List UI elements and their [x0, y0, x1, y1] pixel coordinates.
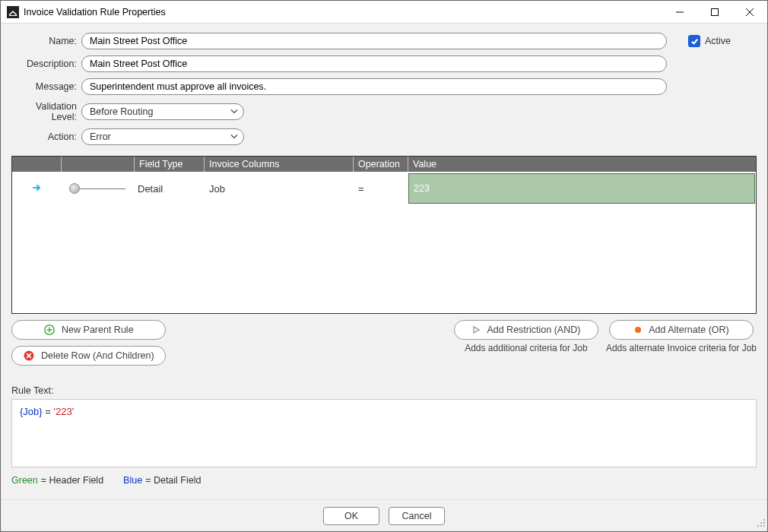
current-row-indicator — [12, 172, 62, 205]
legend-blue-label: Blue — [123, 475, 142, 486]
name-input[interactable] — [81, 33, 667, 49]
validation-level-label: Validation Level: — [11, 101, 81, 122]
plus-circle-icon — [43, 324, 56, 336]
rule-text-value-token: '223' — [53, 406, 74, 417]
svg-rect-2 — [712, 8, 719, 15]
name-label: Name: — [11, 36, 81, 46]
grid-row[interactable]: Detail Job = 223 — [12, 172, 756, 205]
legend-green-desc: = Header Field — [41, 475, 103, 486]
svg-point-12 — [760, 522, 762, 524]
rule-text-field-token: {Job} — [20, 406, 43, 417]
grid-header-fieldtype[interactable]: Field Type — [135, 157, 205, 172]
new-parent-rule-label: New Parent Rule — [62, 325, 134, 335]
grid-header-tree — [62, 157, 135, 172]
tree-node-knob-icon[interactable] — [69, 183, 80, 194]
add-alternate-caption: Adds alternate Invoice criteria for Job — [606, 343, 757, 353]
cell-value[interactable]: 223 — [408, 173, 755, 204]
dialog-window: Invoice Validation Rule Properties Name:… — [0, 0, 768, 532]
rule-text-label: Rule Text: — [11, 385, 757, 396]
cancel-button[interactable]: Cancel — [389, 507, 445, 525]
message-label: Message: — [11, 81, 81, 92]
criteria-grid[interactable]: Field Type Invoice Columns Operation Val… — [11, 156, 757, 314]
titlebar: Invoice Validation Rule Properties — [1, 1, 767, 24]
app-icon — [7, 6, 19, 18]
legend: Green = Header Field Blue = Detail Field — [11, 475, 757, 486]
tree-cell[interactable] — [62, 172, 135, 205]
active-checkbox-wrap[interactable]: Active — [688, 35, 731, 47]
svg-point-11 — [763, 522, 765, 524]
grid-header-value[interactable]: Value — [408, 157, 756, 172]
svg-point-13 — [763, 525, 765, 527]
new-parent-rule-button[interactable]: New Parent Rule — [11, 320, 166, 340]
name-row: Name: Active — [11, 33, 757, 49]
svg-point-15 — [757, 525, 759, 527]
window-title: Invoice Validation Rule Properties — [24, 7, 166, 17]
resize-grip-icon[interactable] — [757, 518, 766, 530]
legend-blue-desc: = Detail Field — [145, 475, 201, 486]
grid-actions: New Parent Rule Delete Row (And Children… — [11, 320, 757, 366]
validation-level-select[interactable]: Before Routing — [81, 103, 244, 120]
delete-row-label: Delete Row (And Children) — [41, 350, 154, 361]
dialog-footer: OK Cancel — [1, 499, 767, 531]
cell-invoicecolumn[interactable]: Job — [205, 172, 354, 205]
add-restriction-button[interactable]: Add Restriction (AND) — [454, 320, 598, 340]
action-select[interactable]: Error — [81, 128, 244, 145]
action-row: Action: Error — [11, 128, 757, 145]
play-icon — [471, 325, 481, 334]
grid-header-invoicecolumns[interactable]: Invoice Columns — [205, 157, 354, 172]
x-circle-icon — [23, 350, 35, 362]
grid-header-indicator — [12, 157, 62, 172]
add-alternate-label: Add Alternate (OR) — [649, 325, 729, 335]
svg-rect-0 — [9, 15, 17, 16]
validation-level-row: Validation Level: Before Routing — [11, 101, 757, 122]
cell-operation[interactable]: = — [354, 172, 408, 205]
add-alternate-button[interactable]: Add Alternate (OR) — [609, 320, 754, 340]
minimize-button[interactable] — [662, 1, 697, 24]
svg-point-14 — [760, 525, 762, 527]
legend-green-label: Green — [11, 475, 38, 486]
cell-fieldtype[interactable]: Detail — [135, 172, 205, 205]
arrow-right-icon — [32, 182, 43, 195]
close-button[interactable] — [732, 1, 767, 24]
action-label: Action: — [11, 131, 81, 142]
description-row: Description: — [11, 55, 757, 72]
add-restriction-caption: Adds additional criteria for Job — [465, 343, 587, 353]
svg-point-10 — [763, 519, 765, 521]
delete-row-button[interactable]: Delete Row (And Children) — [11, 346, 166, 366]
rule-text-operator-token: = — [43, 406, 54, 417]
ok-button[interactable]: OK — [323, 507, 379, 525]
rule-text-box: {Job} = '223' — [11, 399, 757, 467]
description-label: Description: — [11, 59, 81, 69]
add-restriction-label: Add Restriction (AND) — [487, 325, 580, 335]
record-icon — [633, 325, 643, 334]
content-area: Name: Active Description: Message: Valid… — [1, 24, 767, 499]
grid-body: Detail Job = 223 — [12, 172, 756, 313]
active-checkbox[interactable] — [688, 35, 700, 47]
message-input[interactable] — [81, 78, 667, 95]
grid-header: Field Type Invoice Columns Operation Val… — [12, 157, 756, 172]
description-input[interactable] — [81, 55, 667, 72]
svg-point-9 — [635, 327, 641, 333]
maximize-button[interactable] — [697, 1, 732, 24]
message-row: Message: — [11, 78, 757, 95]
active-label: Active — [705, 36, 731, 46]
grid-header-operation[interactable]: Operation — [354, 157, 408, 172]
tree-line-icon — [80, 188, 125, 189]
